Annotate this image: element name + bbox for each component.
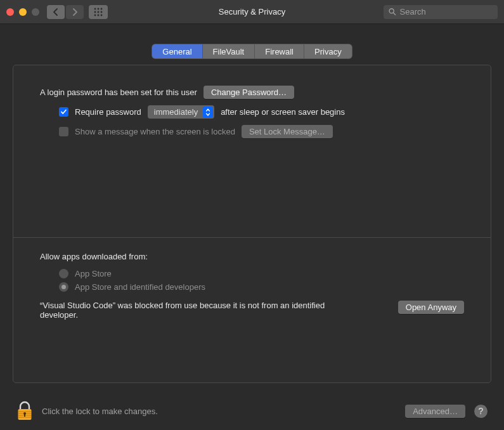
set-lock-message-button: Set Lock Message…	[242, 125, 333, 138]
tab-general[interactable]: General	[152, 44, 202, 58]
search-icon	[389, 8, 396, 16]
radio-identified-row: App Store and identified developers	[40, 282, 464, 292]
password-delay-select[interactable]: immediately	[148, 105, 214, 119]
lock-icon	[16, 401, 33, 421]
lock-message-text: Click the lock to make changes.	[42, 407, 158, 416]
require-password-label: Require password	[75, 107, 141, 117]
svg-line-10	[393, 13, 395, 15]
select-stepper-icon	[203, 107, 213, 118]
tab-privacy[interactable]: Privacy	[304, 44, 352, 58]
svg-point-2	[101, 8, 103, 10]
close-window-button[interactable]	[6, 8, 14, 16]
password-delay-value: immediately	[154, 107, 198, 117]
require-password-checkbox[interactable]	[59, 107, 68, 117]
spacer	[40, 145, 464, 227]
tab-segment-control: General FileVault Firewall Privacy	[152, 44, 351, 58]
chevron-right-icon	[72, 8, 77, 16]
tab-strip: General FileVault Firewall Privacy	[0, 44, 504, 58]
radio-identified-label: App Store and identified developers	[75, 282, 205, 292]
check-icon	[60, 108, 67, 115]
blocked-app-row: “Visual Studio Code” was blocked from us…	[40, 301, 464, 320]
show-message-checkbox	[59, 127, 68, 136]
panel-divider	[13, 237, 491, 238]
main-panel: A login password has been set for this u…	[13, 65, 491, 383]
svg-point-6	[94, 14, 96, 16]
after-sleep-label: after sleep or screen saver begins	[221, 107, 345, 117]
help-button[interactable]: ?	[474, 405, 488, 418]
radio-app-store-label: App Store	[75, 269, 112, 278]
advanced-button[interactable]: Advanced…	[405, 405, 465, 418]
help-icon: ?	[479, 406, 484, 416]
grid-icon	[94, 8, 103, 16]
show-message-row: Show a message when the screen is locked…	[40, 125, 464, 138]
search-field[interactable]	[384, 5, 498, 19]
zoom-window-button[interactable]	[32, 8, 39, 16]
svg-point-1	[98, 8, 100, 10]
tab-firewall[interactable]: Firewall	[255, 44, 304, 58]
svg-point-5	[101, 11, 103, 13]
tab-filevault[interactable]: FileVault	[203, 44, 255, 58]
login-password-text: A login password has been set for this u…	[40, 88, 197, 97]
lock-button[interactable]	[16, 401, 33, 421]
footer: Click the lock to make changes. Advanced…	[16, 401, 488, 421]
radio-app-store	[59, 269, 68, 278]
login-password-row: A login password has been set for this u…	[40, 86, 464, 99]
allow-apps-heading: Allow apps downloaded from:	[40, 252, 464, 261]
window-title: Security & Privacy	[219, 7, 285, 16]
require-password-row: Require password immediately after sleep…	[40, 105, 464, 119]
back-button[interactable]	[47, 5, 65, 19]
titlebar: Security & Privacy	[0, 0, 504, 24]
show-all-button[interactable]	[89, 5, 108, 19]
svg-point-4	[98, 11, 100, 13]
minimize-window-button[interactable]	[19, 8, 27, 16]
svg-point-0	[94, 8, 96, 10]
search-input[interactable]	[400, 7, 493, 16]
chevron-left-icon	[53, 8, 58, 16]
svg-rect-17	[24, 414, 25, 417]
change-password-button[interactable]: Change Password…	[204, 86, 294, 99]
radio-app-store-row: App Store	[40, 269, 464, 278]
open-anyway-button[interactable]: Open Anyway	[398, 301, 464, 314]
show-message-label: Show a message when the screen is locked	[75, 127, 235, 136]
radio-identified-developers	[59, 282, 68, 292]
forward-button	[66, 5, 84, 19]
svg-point-7	[98, 14, 100, 16]
blocked-app-message: “Visual Studio Code” was blocked from us…	[40, 301, 325, 320]
svg-point-8	[101, 14, 103, 16]
window-controls	[6, 8, 39, 16]
svg-point-3	[94, 11, 96, 13]
